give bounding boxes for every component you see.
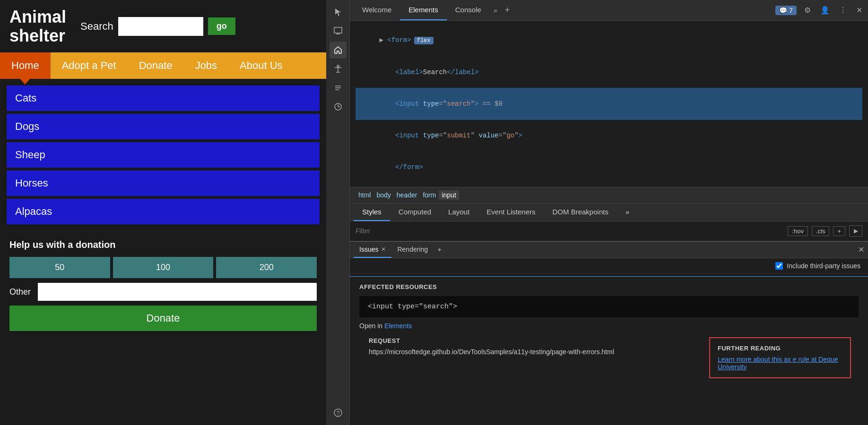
- other-input[interactable]: [38, 283, 317, 301]
- tab-dom-breakpoints[interactable]: DOM Breakpoints: [544, 204, 617, 221]
- tab-issues[interactable]: Issues ✕: [354, 242, 391, 258]
- tab-rendering[interactable]: Rendering: [391, 242, 434, 258]
- other-label: Other: [9, 287, 33, 297]
- tab-styles[interactable]: Styles: [354, 204, 390, 221]
- tab-console[interactable]: Console: [447, 0, 490, 20]
- add-panel-tab-button[interactable]: +: [434, 246, 445, 254]
- open-in-elements-link[interactable]: Elements: [384, 322, 412, 330]
- include-third-party-row: Include third-party issues: [350, 258, 868, 274]
- changes-icon[interactable]: [330, 79, 347, 96]
- issues-tab-close[interactable]: ✕: [381, 246, 386, 253]
- include-third-party-checkbox[interactable]: [775, 262, 783, 270]
- go-button[interactable]: go: [208, 17, 235, 35]
- html-line-form-close: </form>: [356, 152, 862, 183]
- animal-dogs[interactable]: Dogs: [7, 114, 320, 139]
- devtools-tabs: Welcome Elements Console » + 💬 7 ⚙ 👤 ⋮ ✕: [350, 0, 868, 21]
- html-line-input-submit: <input type="submit" value="go">: [356, 120, 862, 152]
- breadcrumb-input[interactable]: input: [439, 190, 459, 200]
- tab-computed[interactable]: Computed: [390, 204, 440, 221]
- svg-point-5: [337, 65, 339, 67]
- tab-layout[interactable]: Layout: [440, 204, 478, 221]
- further-reading-title: FURTHER READING: [718, 345, 842, 352]
- code-block: <input type="search">: [359, 296, 859, 317]
- html-tree: ▶ <form>flex <label>Search</label> <inpu…: [350, 21, 868, 187]
- devtools-right-icons: 💬 7 ⚙ 👤 ⋮ ✕: [775, 4, 864, 17]
- issues-content: AFFECTED RESOURCES <input type="search">…: [350, 274, 868, 425]
- toggle-sidebar-button[interactable]: ▶: [849, 225, 862, 237]
- animal-horses[interactable]: Horses: [7, 170, 320, 196]
- user-icon[interactable]: 👤: [818, 4, 832, 17]
- affected-resources-title: AFFECTED RESOURCES: [359, 283, 859, 290]
- bottom-panel-tabs: Issues ✕ Rendering + ✕: [350, 241, 868, 258]
- open-in-elements: Open in Elements: [359, 322, 859, 330]
- html-line-form: ▶ <form>flex: [356, 25, 862, 56]
- breadcrumb-form[interactable]: form: [420, 190, 439, 200]
- breadcrumb-header[interactable]: header: [394, 190, 420, 200]
- search-area: Search go: [80, 17, 235, 36]
- animal-sheep[interactable]: Sheep: [7, 142, 320, 168]
- website-panel: Animal shelter Search go Home Adopt a Pe…: [0, 0, 326, 425]
- nav-item-home[interactable]: Home: [0, 52, 51, 79]
- close-bottom-panel-button[interactable]: ✕: [858, 245, 864, 254]
- site-title: Animal shelter: [9, 8, 66, 45]
- further-reading-link[interactable]: Learn more about this ax e rule at Deque…: [718, 356, 842, 371]
- breadcrumb-body[interactable]: body: [373, 190, 393, 200]
- nav-item-adopt[interactable]: Adopt a Pet: [51, 52, 128, 79]
- request-title: REQUEST: [369, 337, 698, 344]
- svg-rect-0: [334, 27, 342, 33]
- performance-icon[interactable]: [330, 98, 347, 115]
- style-computed-tabs: Styles Computed Layout Event Listeners D…: [350, 204, 868, 221]
- further-reading-box: FURTHER READING Learn more about this ax…: [709, 337, 851, 378]
- svg-text:?: ?: [336, 410, 339, 416]
- amount-50[interactable]: 50: [9, 257, 110, 278]
- tab-elements[interactable]: Elements: [400, 0, 447, 20]
- cursor-icon[interactable]: [330, 4, 347, 21]
- donation-amounts: 50 100 200: [9, 257, 317, 278]
- donation-section: Help us with a donation 50 100 200 Other…: [0, 233, 326, 338]
- issues-badge: 💬 7: [775, 6, 797, 15]
- home-icon[interactable]: [330, 42, 347, 59]
- html-line-label: <label>Search</label>: [356, 56, 862, 88]
- amount-100[interactable]: 100: [113, 257, 214, 278]
- close-devtools-button[interactable]: ✕: [854, 4, 864, 17]
- hov-button[interactable]: :hov: [788, 226, 808, 236]
- nav-item-donate[interactable]: Donate: [128, 52, 184, 79]
- inspector-icon[interactable]: [330, 23, 347, 40]
- bottom-two-cols: REQUEST https://microsoftedge.github.io/…: [359, 337, 859, 385]
- tab-event-listeners[interactable]: Event Listeners: [478, 204, 544, 221]
- filter-bar: :hov .cls + ▶: [350, 221, 868, 241]
- animal-cats[interactable]: Cats: [7, 85, 320, 111]
- breadcrumb: html body header form input: [350, 187, 868, 204]
- donation-title: Help us with a donation: [9, 239, 317, 250]
- animal-alpacas[interactable]: Alpacas: [7, 199, 320, 224]
- amount-200[interactable]: 200: [216, 257, 317, 278]
- include-third-party-label: Include third-party issues: [787, 262, 860, 270]
- filter-input[interactable]: [356, 227, 784, 235]
- more-options-icon[interactable]: ⋮: [837, 4, 849, 17]
- help-icon[interactable]: ?: [330, 404, 347, 421]
- devtools-panel: Welcome Elements Console » + 💬 7 ⚙ 👤 ⋮ ✕…: [350, 0, 868, 425]
- add-style-button[interactable]: +: [833, 226, 845, 236]
- breadcrumb-html[interactable]: html: [356, 190, 373, 200]
- request-url: https://microsoftedge.github.io/DevTools…: [369, 348, 698, 356]
- affected-resources: AFFECTED RESOURCES <input type="search">…: [350, 277, 868, 390]
- request-col: REQUEST https://microsoftedge.github.io/…: [359, 337, 707, 385]
- tab-rendering-label: Rendering: [397, 246, 428, 253]
- tab-welcome[interactable]: Welcome: [354, 0, 400, 20]
- accessibility-icon[interactable]: [330, 60, 347, 77]
- html-line-input-search[interactable]: <input type="search"> == $0: [356, 88, 862, 119]
- donate-button[interactable]: Donate: [9, 306, 317, 331]
- more-style-tabs[interactable]: »: [617, 204, 638, 221]
- search-label: Search: [80, 20, 113, 33]
- site-header: Animal shelter Search go: [0, 0, 326, 52]
- tab-issues-label: Issues: [359, 246, 378, 253]
- settings-icon[interactable]: ⚙: [802, 4, 813, 17]
- cls-button[interactable]: .cls: [812, 226, 830, 236]
- more-tabs-icon[interactable]: »: [490, 7, 501, 14]
- nav-bar: Home Adopt a Pet Donate Jobs About Us: [0, 52, 326, 79]
- nav-item-jobs[interactable]: Jobs: [184, 52, 228, 79]
- nav-item-about[interactable]: About Us: [228, 52, 294, 79]
- animals-list: Cats Dogs Sheep Horses Alpacas: [0, 79, 326, 231]
- add-tab-button[interactable]: +: [501, 5, 514, 15]
- search-input[interactable]: [118, 17, 203, 36]
